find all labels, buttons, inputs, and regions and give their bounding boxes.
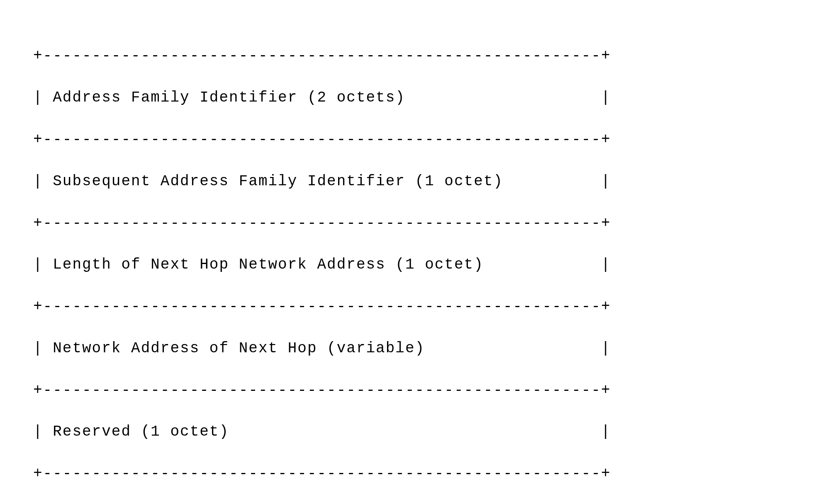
- border-row: +---------------------------------------…: [33, 463, 790, 484]
- field-nexthop-address: | Network Address of Next Hop (variable)…: [33, 338, 790, 359]
- border-row: +---------------------------------------…: [33, 296, 790, 317]
- field-reserved: | Reserved (1 octet) |: [33, 422, 790, 442]
- border-row: +---------------------------------------…: [33, 213, 790, 234]
- packet-format-diagram: +---------------------------------------…: [33, 25, 790, 504]
- border-row: +---------------------------------------…: [33, 129, 790, 150]
- border-top: +---------------------------------------…: [33, 46, 790, 66]
- border-row: +---------------------------------------…: [33, 380, 790, 401]
- field-safi: | Subsequent Address Family Identifier (…: [33, 171, 790, 192]
- field-nexthop-length: | Length of Next Hop Network Address (1 …: [33, 254, 790, 275]
- field-afi: | Address Family Identifier (2 octets) |: [33, 87, 790, 108]
